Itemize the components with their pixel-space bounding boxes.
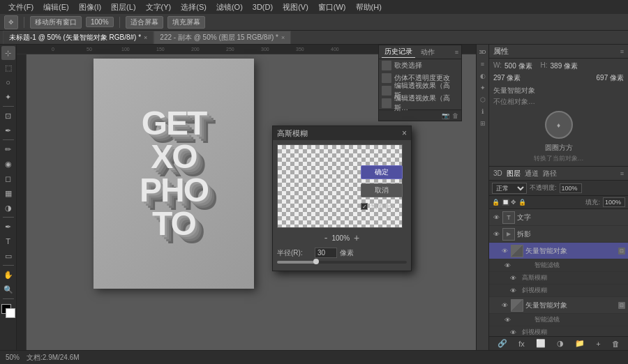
properties-icon[interactable]: ℹ xyxy=(481,107,484,116)
menu-view[interactable]: 视图(V) xyxy=(278,1,313,14)
layers-panel-header: 3D 图层 通道 路径 ≡ xyxy=(489,167,628,181)
stamp-tool[interactable]: ◉ xyxy=(1,157,15,171)
file-info: 文档:2.9M/24.6M xyxy=(27,353,80,363)
menu-text[interactable]: 文字(Y) xyxy=(142,1,176,14)
style-icon[interactable]: ✦ xyxy=(480,83,486,93)
layers-tab-channels[interactable]: 通道 xyxy=(525,169,539,179)
dialog-zoom-in-btn[interactable]: + xyxy=(354,232,359,243)
history-item-1[interactable]: 歌类选择 xyxy=(379,59,461,72)
eye-icon-6[interactable]: 👁 xyxy=(509,287,517,295)
opacity-input[interactable] xyxy=(560,183,582,193)
move-all-windows-btn[interactable]: 移动所有窗口 xyxy=(30,16,82,29)
hand-tool[interactable]: ✋ xyxy=(1,268,15,282)
eye-icon-7[interactable]: 👁 xyxy=(500,301,509,310)
history-panel-menu[interactable]: ≡ xyxy=(455,49,458,56)
menu-edit[interactable]: 编辑(E) xyxy=(39,1,73,14)
layer-row-filter-1[interactable]: 👁 智能滤镜 xyxy=(489,259,628,272)
layers-tab-layers[interactable]: 图层 xyxy=(507,169,521,179)
history-camera-icon[interactable]: 📷 xyxy=(442,112,449,119)
layers-panel-menu[interactable]: ≡ xyxy=(620,170,624,177)
background-color[interactable] xyxy=(6,308,15,318)
layer-row-shadow[interactable]: 👁 ▶ 拆影 xyxy=(489,226,628,243)
shape-tool[interactable]: ▭ xyxy=(1,249,15,263)
menu-select[interactable]: 选择(S) xyxy=(177,1,211,14)
blend-mode-select[interactable]: 正常 xyxy=(492,183,527,194)
adjust-icon[interactable]: ◐ xyxy=(480,71,486,81)
add-group-btn[interactable]: 📁 xyxy=(575,339,585,348)
3d-icon[interactable]: 3D xyxy=(479,47,486,57)
move-tool[interactable]: ⊹ xyxy=(1,46,15,60)
dodge-tool[interactable]: ◑ xyxy=(1,201,15,215)
layer-row-smart-1[interactable]: 👁 矢量智能对象 ⊡ xyxy=(489,243,628,259)
tab-close-1[interactable]: × xyxy=(144,34,147,41)
actions-tab[interactable]: 动作 xyxy=(418,47,438,58)
add-style-btn[interactable]: fx xyxy=(518,340,525,348)
eraser-tool[interactable]: ◻ xyxy=(1,172,15,185)
zoom-tool[interactable]: 🔍 xyxy=(1,282,15,296)
dialog-title: 高斯模糊 xyxy=(277,128,308,139)
dialog-slider[interactable] xyxy=(277,261,407,264)
eye-icon-2[interactable]: 👁 xyxy=(492,230,500,238)
fill-screen-btn[interactable]: 填充屏幕 xyxy=(167,16,205,29)
delete-layer-btn[interactable]: 🗑 xyxy=(612,340,620,348)
menu-help[interactable]: 帮助(H) xyxy=(352,1,386,14)
eye-icon-3[interactable]: 👁 xyxy=(500,247,509,255)
tab-document-2[interactable]: 222 - 副本 @ 50% (图层 15 RGB/8#) * × xyxy=(154,31,291,44)
align-icon[interactable]: ≡ xyxy=(481,59,484,69)
layer-row-gaussian[interactable]: 👁 高斯模糊 xyxy=(489,272,628,285)
dialog-zoom-out-btn[interactable]: - xyxy=(324,232,328,243)
right-panels: 属性 ≡ W: 500 像素 H: 389 像素 297 像素 697 像素 矢… xyxy=(488,45,628,350)
crop-tool[interactable]: ⊡ xyxy=(1,109,15,123)
layer-row-filter-2[interactable]: 👁 智能滤镜 xyxy=(489,314,628,326)
dialog-cancel-btn[interactable]: 取消 xyxy=(361,183,403,197)
gradient-tool[interactable]: ▦ xyxy=(1,186,15,200)
layers-tab-3d[interactable]: 3D xyxy=(493,169,502,177)
move-tool-icon[interactable]: ✥ xyxy=(4,15,18,29)
text-tool[interactable]: T xyxy=(1,234,15,248)
fill-input[interactable] xyxy=(603,197,625,207)
pen-tool[interactable]: ✒ xyxy=(1,220,15,234)
history-trash-icon[interactable]: 🗑 xyxy=(452,112,458,119)
history-tab[interactable]: 历史记录 xyxy=(382,46,415,58)
brush-tool[interactable]: ✏ xyxy=(1,142,15,156)
color-swatches[interactable] xyxy=(1,304,15,318)
smart-badge-2: ⊡ xyxy=(618,302,625,309)
menu-3d[interactable]: 3D(D) xyxy=(248,1,277,13)
layer-row-text[interactable]: 👁 T 文字 xyxy=(489,209,628,226)
eye-icon-8[interactable]: 👁 xyxy=(503,316,511,324)
layer-row-tilt-2[interactable]: 👁 斜视模糊 xyxy=(489,326,628,336)
path-icon[interactable]: ⬡ xyxy=(480,95,486,105)
dialog-preview-checkbox[interactable] xyxy=(361,203,368,210)
dialog-radius-input[interactable] xyxy=(315,248,337,258)
menu-layer[interactable]: 图层(L) xyxy=(107,1,140,14)
fit-screen-btn[interactable]: 适合屏幕 xyxy=(126,16,163,29)
add-layer-btn[interactable]: + xyxy=(596,340,600,348)
lasso-tool[interactable]: ○ xyxy=(1,75,15,89)
dialog-confirm-btn[interactable]: 确定 xyxy=(361,165,403,179)
eye-icon-4[interactable]: 👁 xyxy=(503,261,511,270)
eye-icon-1[interactable]: 👁 xyxy=(492,213,500,222)
menu-window[interactable]: 窗口(W) xyxy=(314,1,350,14)
layer-comp-icon[interactable]: ⊞ xyxy=(480,119,486,128)
layer-row-tilt[interactable]: 👁 斜视模糊 xyxy=(489,285,628,297)
history-item-4[interactable]: 编辑透视效果（高斯… xyxy=(379,97,461,109)
zoom-btn[interactable]: 100% xyxy=(86,17,114,27)
menu-filter[interactable]: 滤镜(O) xyxy=(212,1,247,14)
layer-name-smart-1: 矢量智能对象 xyxy=(525,246,616,256)
menu-file[interactable]: 文件(F) xyxy=(4,1,38,14)
layer-row-smart-2[interactable]: 👁 矢量智能对象 ⊡ xyxy=(489,297,628,314)
eye-icon-5[interactable]: 👁 xyxy=(509,274,517,282)
dialog-close-btn[interactable]: × xyxy=(402,128,407,138)
properties-panel-menu[interactable]: ≡ xyxy=(620,48,624,55)
tab-document-1[interactable]: 未标题-1 @ 50% (矢量智能对象 RGB/8#) * × xyxy=(3,31,154,44)
menu-image[interactable]: 图像(I) xyxy=(75,1,105,14)
marquee-tool[interactable]: ⬚ xyxy=(1,61,15,75)
add-adjustment-btn[interactable]: ◑ xyxy=(557,339,564,348)
eye-icon-9[interactable]: 👁 xyxy=(509,328,517,337)
wand-tool[interactable]: ✦ xyxy=(1,90,15,104)
tab-close-2[interactable]: × xyxy=(281,34,285,41)
layers-tab-paths[interactable]: 路径 xyxy=(543,169,557,179)
add-mask-btn[interactable]: ⬜ xyxy=(536,339,546,348)
eyedropper-tool[interactable]: ✒ xyxy=(1,123,15,137)
link-layers-btn[interactable]: 🔗 xyxy=(498,339,507,348)
